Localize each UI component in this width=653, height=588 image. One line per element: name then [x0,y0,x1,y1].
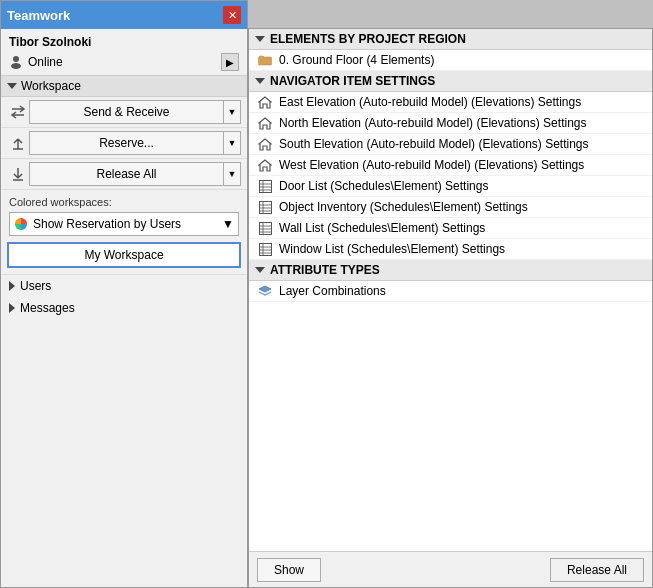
reservation-dropdown[interactable]: Show Reservation by Users ▼ [9,212,239,236]
user-name: Tibor Szolnoki [9,35,239,49]
users-tree-item[interactable]: Users [1,275,247,297]
grid-icon [259,243,272,256]
list-item-text: Layer Combinations [279,284,386,298]
list-item[interactable]: Layer Combinations [249,281,652,302]
color-workspace-icon [14,217,28,231]
workspace-header: Workspace [1,75,247,97]
list-item-text: Door List (Schedules\Element) Settings [279,179,488,193]
release-icon [7,163,29,185]
workspace-label: Workspace [21,79,81,93]
my-workspace-button[interactable]: My Workspace [7,242,241,268]
messages-label: Messages [20,301,75,315]
users-section: Users Messages [1,274,247,319]
house-icon [258,159,272,172]
users-expand-icon [9,281,15,291]
section-collapse-icon [255,267,265,273]
grid-icon [259,180,272,193]
list-item-text: South Elevation (Auto-rebuild Model) (El… [279,137,589,151]
house-icon [258,96,272,109]
release-all-footer-button[interactable]: Release All [550,558,644,582]
reserve-row: Reserve... ▼ [1,128,247,159]
section-title: ATTRIBUTE TYPES [270,263,380,277]
user-section: Tibor Szolnoki Online ▶ [1,29,247,75]
section-collapse-icon [255,36,265,42]
svg-marker-3 [259,97,271,108]
list-item[interactable]: East Elevation (Auto-rebuild Model) (Ele… [249,92,652,113]
messages-expand-icon [9,303,15,313]
dropdown-arrow-icon: ▼ [222,217,234,231]
svg-point-1 [11,63,21,69]
list-item-text: Window List (Schedules\Element) Settings [279,242,505,256]
section-header-elements_by_project_region[interactable]: ELEMENTS BY PROJECT REGION [249,29,652,50]
right-footer: Show Release All [249,551,652,587]
list-item[interactable]: Window List (Schedules\Element) Settings [249,239,652,260]
close-button[interactable]: ✕ [223,6,241,24]
online-left: Online [9,55,63,69]
list-item-text: 0. Ground Floor (4 Elements) [279,53,434,67]
svg-rect-7 [259,180,271,192]
section-header-navigator_item_settings[interactable]: NAVIGATOR ITEM SETTINGS [249,71,652,92]
list-item-text: East Elevation (Auto-rebuild Model) (Ele… [279,95,581,109]
send-receive-split: Send & Receive ▼ [29,100,241,124]
house-icon [258,117,272,130]
svg-marker-5 [259,139,271,150]
online-expand-button[interactable]: ▶ [221,53,239,71]
list-item[interactable]: Wall List (Schedules\Element) Settings [249,218,652,239]
release-all-button[interactable]: Release All [29,162,223,186]
list-item[interactable]: 0. Ground Floor (4 Elements) [249,50,652,71]
reserve-icon [7,132,29,154]
layer-icon [258,285,272,297]
release-all-row: Release All ▼ [1,159,247,190]
section-title: NAVIGATOR ITEM SETTINGS [270,74,435,88]
send-receive-dropdown-button[interactable]: ▼ [223,100,241,124]
svg-marker-6 [259,160,271,171]
list-item[interactable]: South Elevation (Auto-rebuild Model) (El… [249,134,652,155]
list-item-text: North Elevation (Auto-rebuild Model) (El… [279,116,586,130]
online-status: Online [28,55,63,69]
release-all-dropdown-button[interactable]: ▼ [223,162,241,186]
list-item[interactable]: Door List (Schedules\Element) Settings [249,176,652,197]
reserve-button[interactable]: Reserve... [29,131,223,155]
release-all-split: Release All ▼ [29,162,241,186]
grid-icon [259,201,272,214]
right-panel: ELEMENTS BY PROJECT REGION 0. Ground Flo… [248,28,653,588]
send-receive-row: Send & Receive ▼ [1,97,247,128]
messages-tree-item[interactable]: Messages [1,297,247,319]
colored-workspaces-label: Colored workspaces: [1,190,247,210]
online-row: Online ▶ [9,53,239,71]
list-item[interactable]: West Elevation (Auto-rebuild Model) (Ele… [249,155,652,176]
right-content: ELEMENTS BY PROJECT REGION 0. Ground Flo… [249,29,652,551]
show-button[interactable]: Show [257,558,321,582]
person-icon [9,55,23,69]
workspace-collapse-icon[interactable] [7,83,17,89]
svg-rect-22 [259,243,271,255]
reserve-split: Reserve... ▼ [29,131,241,155]
reserve-dropdown-button[interactable]: ▼ [223,131,241,155]
svg-rect-17 [259,222,271,234]
list-item[interactable]: North Elevation (Auto-rebuild Model) (El… [249,113,652,134]
dropdown-row: Show Reservation by Users ▼ [1,210,247,242]
list-item-text: West Elevation (Auto-rebuild Model) (Ele… [279,158,584,172]
house-icon [258,138,272,151]
list-item-text: Object Inventory (Schedules\Element) Set… [279,200,528,214]
list-item[interactable]: Object Inventory (Schedules\Element) Set… [249,197,652,218]
svg-marker-4 [259,118,271,129]
send-receive-button[interactable]: Send & Receive [29,100,223,124]
grid-icon [259,222,272,235]
folder-icon [258,54,272,66]
send-receive-icon [7,101,29,123]
list-item-text: Wall List (Schedules\Element) Settings [279,221,485,235]
svg-rect-12 [259,201,271,213]
section-collapse-icon [255,78,265,84]
section-title: ELEMENTS BY PROJECT REGION [270,32,466,46]
svg-point-0 [13,56,19,62]
section-header-attribute_types[interactable]: ATTRIBUTE TYPES [249,260,652,281]
left-panel: Teamwork ✕ Tibor Szolnoki Online ▶ Works… [0,0,248,588]
users-label: Users [20,279,51,293]
title-bar: Teamwork ✕ [1,1,247,29]
app-title: Teamwork [7,8,70,23]
dropdown-value: Show Reservation by Users [33,217,181,231]
